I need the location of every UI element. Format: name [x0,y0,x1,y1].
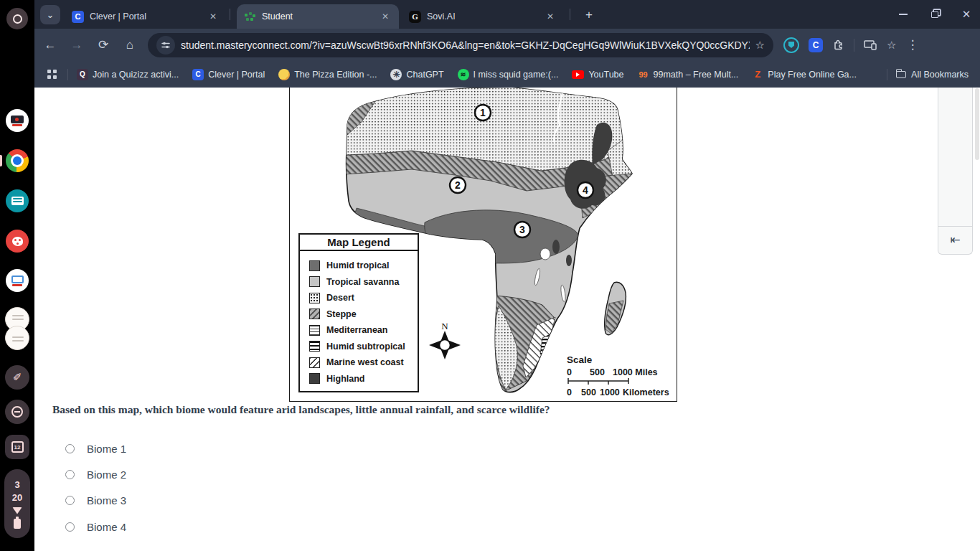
window-controls: ✕ [895,0,974,29]
svg-text:N: N [441,321,448,331]
screenshot-preview-icon[interactable] [4,307,30,353]
collapse-panel-button[interactable]: ⇤ [938,227,972,253]
answer-option-biome-4[interactable]: Biome 4 [65,521,126,533]
restore-button[interactable] [927,6,943,22]
map-marker-2: 2 [450,177,466,193]
radio-button[interactable] [65,470,75,479]
biome-map-image: 1 2 3 4 N [289,88,677,402]
do-not-disturb-icon[interactable] [5,400,29,424]
bookmark-99math[interactable]: 99 99math – Free Mult... [638,69,739,80]
bookmark-youtube[interactable]: YouTube [572,70,623,80]
toolbar-separator [854,39,854,52]
chatgpt-favicon: ✳ [390,69,402,80]
stylus-pen-icon[interactable]: ✐ [5,365,29,390]
bookmark-pizza[interactable]: The Pizza Edition -... [278,69,377,80]
shelf: ✐ 12 3 20 [0,0,34,551]
answer-option-biome-2[interactable]: Biome 2 [65,468,126,481]
tab-close-icon[interactable]: ✕ [207,10,220,23]
legend-swatch-marine-west-coast [309,357,320,368]
map-marker-1: 1 [475,105,491,121]
reading-list-star-icon[interactable]: ☆ [887,39,896,52]
minimize-button[interactable] [895,6,911,22]
legend-swatch-steppe [309,309,320,319]
chrome-icon[interactable] [6,149,29,172]
tab-title: Student [262,11,373,22]
new-tab-button[interactable]: + [580,6,598,24]
news-app-icon[interactable] [6,189,29,212]
panel-body [938,88,972,227]
home-icon[interactable]: ⌂ [119,34,141,56]
window-close-button[interactable]: ✕ [958,6,974,22]
svg-text:500: 500 [590,367,605,377]
bookmark-zgames[interactable]: Z Play Free Online Ga... [752,69,857,80]
quizizz-favicon: Q [77,69,88,80]
bookmark-clever[interactable]: C Clever | Portal [192,69,265,80]
tab-close-icon[interactable]: ✕ [379,10,392,23]
address-bar[interactable]: student.masteryconnect.com/?iv=azuWscwBt… [148,33,773,57]
pizza-favicon [278,69,290,80]
browser-menu-icon[interactable]: ⋮ [906,37,918,52]
shield-extension-icon[interactable] [783,37,799,53]
apps-grid-icon[interactable] [47,70,57,80]
legend-item: Highland [309,371,418,387]
forward-icon[interactable]: → [66,34,88,56]
tab-clever-portal[interactable]: C Clever | Portal ✕ [65,4,227,29]
scrollbar-thumb[interactable] [975,88,979,160]
legend-item: Steppe [309,306,418,323]
legend-swatch-desert [309,293,320,303]
option-label: Biome 4 [87,521,126,533]
legend-item: Humid subtropical [309,339,418,355]
page-scrollbar[interactable] [974,88,980,551]
radio-button[interactable] [65,522,75,532]
radio-button[interactable] [65,444,75,453]
zgames-favicon: Z [752,69,763,80]
calendar-icon[interactable]: 12 [5,435,29,459]
legend-item: Humid tropical [309,258,418,274]
extensions-puzzle-icon[interactable] [832,39,844,51]
tab-student[interactable]: Student ✕ [237,4,399,29]
bookmark-star-icon[interactable]: ☆ [755,39,765,52]
education-app-icon[interactable] [6,109,29,132]
option-label: Biome 2 [87,468,126,481]
toolbar: ← → ⟳ ⌂ student.masteryconnect.com/?iv=a… [34,29,980,61]
compass-rose-icon: N [429,321,461,359]
status-tray[interactable]: 3 20 [4,469,30,538]
clever-favicon: C [192,69,204,80]
calendar-day: 12 [11,441,24,453]
tab-close-icon[interactable]: ✕ [544,10,557,23]
clever-extension-icon[interactable]: C [809,38,823,52]
svg-text:1000: 1000 [600,387,620,397]
bookmark-spotify[interactable]: ≋ I miss squid game:(... [458,69,559,80]
legend-swatch-humid-tropical [309,260,320,271]
all-bookmarks-button[interactable]: All Bookmarks [911,70,969,80]
bookmark-quizizz[interactable]: Q Join a Quizizz activi... [77,69,179,80]
legend-swatch-highland [309,373,320,384]
tab-search-button[interactable]: ⌄ [40,5,60,24]
active-app-indicator [0,155,2,166]
svg-text:1: 1 [480,107,486,118]
sovi-favicon: G [409,11,421,23]
collapse-left-icon: ⇤ [950,232,960,248]
tab-separator [570,9,570,20]
url-text[interactable]: student.masteryconnect.com/?iv=azuWscwBt… [181,39,750,51]
svg-text:4: 4 [583,184,588,196]
option-label: Biome 1 [87,443,126,455]
answer-option-biome-3[interactable]: Biome 3 [65,494,126,507]
bookmark-chatgpt[interactable]: ✳ ChatGPT [390,69,443,80]
art-app-icon[interactable] [6,230,29,253]
answer-option-biome-1[interactable]: Biome 1 [65,443,126,455]
site-info-icon[interactable] [156,36,175,55]
launcher-icon[interactable] [6,8,28,29]
folder-icon [896,71,906,78]
svg-text:Kilometers: Kilometers [623,387,669,397]
back-icon[interactable]: ← [39,34,61,56]
tab-sovi-ai[interactable]: G Sovi.AI ✕ [402,4,564,29]
masteryconnect-favicon [244,11,256,23]
legend-swatch-tropical-savanna [309,276,320,287]
spotify-favicon: ≋ [458,69,469,80]
devices-icon[interactable] [864,39,877,51]
quiz-page: 1 2 3 4 N [34,88,980,551]
reload-icon[interactable]: ⟳ [93,34,114,56]
education-app2-icon[interactable] [6,269,29,292]
radio-button[interactable] [65,496,75,505]
